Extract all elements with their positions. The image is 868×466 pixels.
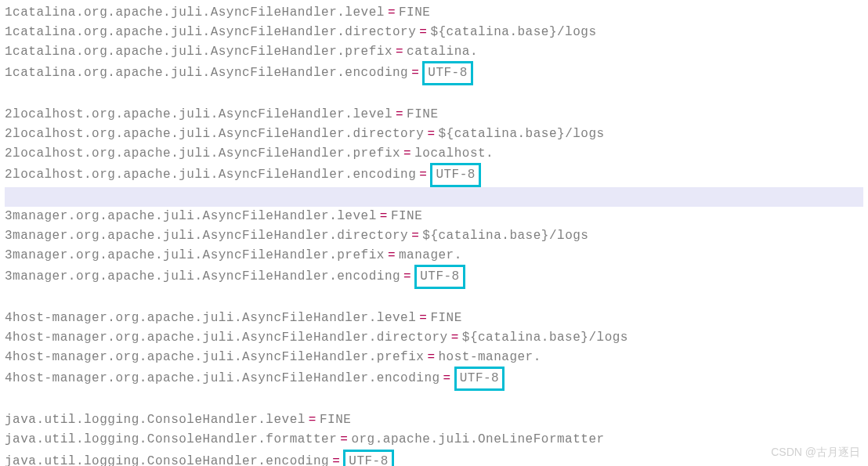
equals-sign: = (448, 331, 462, 345)
boxed-value: UTF-8 (414, 265, 465, 289)
equals-sign: = (408, 66, 422, 80)
property-key: 1catalina.org.apache.juli.AsyncFileHandl… (5, 66, 408, 80)
equals-sign: = (385, 5, 399, 20)
property-key: 1catalina.org.apache.juli.AsyncFileHandl… (5, 25, 416, 39)
code-line: java.util.logging.ConsoleHandler.level=F… (5, 410, 863, 430)
property-key: 4host-manager.org.apache.juli.AsyncFileH… (5, 350, 424, 364)
property-key: 1catalina.org.apache.juli.AsyncFileHandl… (5, 5, 385, 20)
code-line: 4host-manager.org.apache.juli.AsyncFileH… (5, 367, 863, 391)
property-key: 3manager.org.apache.juli.AsyncFileHandle… (5, 269, 400, 284)
property-key: 2localhost.org.apache.juli.AsyncFileHand… (5, 107, 392, 121)
property-value: org.apache.juli.OneLineFormatter (351, 432, 604, 446)
property-value: localhost. (414, 146, 494, 161)
equals-sign: = (424, 350, 438, 364)
code-line: 3manager.org.apache.juli.AsyncFileHandle… (5, 207, 863, 226)
code-line: 3manager.org.apache.juli.AsyncFileHandle… (5, 265, 863, 289)
code-line: 1catalina.org.apache.juli.AsyncFileHandl… (5, 61, 863, 85)
code-line: 4host-manager.org.apache.juli.AsyncFileH… (5, 309, 863, 328)
blank-line (5, 85, 863, 105)
equals-sign: = (385, 248, 399, 262)
code-line: 2localhost.org.apache.juli.AsyncFileHand… (5, 144, 863, 164)
blank-line (5, 391, 863, 410)
property-value: ${catalina.base}/logs (422, 229, 588, 243)
property-key: 4host-manager.org.apache.juli.AsyncFileH… (5, 331, 448, 345)
property-value: FINE (430, 311, 461, 325)
property-value: FINE (320, 413, 351, 427)
property-value: ${catalina.base}/logs (430, 25, 596, 39)
property-key: 3manager.org.apache.juli.AsyncFileHandle… (5, 229, 408, 243)
property-value: ${catalina.base}/logs (439, 127, 605, 141)
boxed-value: UTF-8 (454, 367, 505, 391)
property-key: 2localhost.org.apache.juli.AsyncFileHand… (5, 127, 424, 141)
equals-sign: = (424, 127, 438, 141)
code-line: 1catalina.org.apache.juli.AsyncFileHandl… (5, 42, 863, 62)
equals-sign: = (400, 146, 414, 161)
code-line: 4host-manager.org.apache.juli.AsyncFileH… (5, 328, 863, 348)
code-line: 2localhost.org.apache.juli.AsyncFileHand… (5, 105, 863, 125)
equals-sign: = (416, 311, 430, 325)
code-line: 1catalina.org.apache.juli.AsyncFileHandl… (5, 23, 863, 42)
equals-sign: = (392, 45, 407, 59)
properties-code-block: 1catalina.org.apache.juli.AsyncFileHandl… (5, 3, 863, 466)
blank-line (5, 289, 863, 309)
property-value: catalina. (407, 45, 478, 59)
property-key: 3manager.org.apache.juli.AsyncFileHandle… (5, 209, 377, 223)
property-key: java.util.logging.ConsoleHandler.level (5, 413, 306, 427)
code-line: 2localhost.org.apache.juli.AsyncFileHand… (5, 163, 863, 187)
code-line: 1catalina.org.apache.juli.AsyncFileHandl… (5, 3, 863, 23)
property-value: host-manager. (439, 350, 541, 364)
property-key: 4host-manager.org.apache.juli.AsyncFileH… (5, 311, 416, 325)
code-line: 3manager.org.apache.juli.AsyncFileHandle… (5, 246, 863, 266)
equals-sign: = (416, 168, 430, 182)
blank-line (5, 187, 863, 207)
property-value: FINE (391, 209, 422, 223)
property-key: 1catalina.org.apache.juli.AsyncFileHandl… (5, 45, 392, 59)
code-line: 4host-manager.org.apache.juli.AsyncFileH… (5, 348, 863, 367)
code-line: 3manager.org.apache.juli.AsyncFileHandle… (5, 226, 863, 246)
equals-sign: = (392, 107, 407, 121)
equals-sign: = (337, 432, 351, 446)
code-line: java.util.logging.ConsoleHandler.encodin… (5, 450, 863, 466)
property-value: FINE (399, 5, 430, 20)
property-value: ${catalina.base}/logs (462, 331, 628, 345)
property-key: 3manager.org.apache.juli.AsyncFileHandle… (5, 248, 385, 262)
watermark-text: CSDN @古月逐日 (771, 444, 860, 461)
property-value: FINE (407, 107, 438, 121)
property-key: 4host-manager.org.apache.juli.AsyncFileH… (5, 371, 440, 385)
boxed-value: UTF-8 (430, 163, 481, 187)
equals-sign: = (440, 371, 454, 385)
boxed-value: UTF-8 (422, 61, 473, 85)
code-line: 2localhost.org.apache.juli.AsyncFileHand… (5, 125, 863, 144)
equals-sign: = (329, 454, 343, 466)
boxed-value: UTF-8 (343, 450, 394, 466)
equals-sign: = (400, 269, 414, 284)
equals-sign: = (306, 413, 320, 427)
property-key: java.util.logging.ConsoleHandler.encodin… (5, 454, 329, 466)
equals-sign: = (416, 25, 430, 39)
property-key: java.util.logging.ConsoleHandler.formatt… (5, 432, 337, 446)
code-line: java.util.logging.ConsoleHandler.formatt… (5, 430, 863, 450)
property-key: 2localhost.org.apache.juli.AsyncFileHand… (5, 168, 416, 182)
equals-sign: = (377, 209, 391, 223)
property-value: manager. (399, 248, 462, 262)
equals-sign: = (408, 229, 422, 243)
property-key: 2localhost.org.apache.juli.AsyncFileHand… (5, 146, 400, 161)
